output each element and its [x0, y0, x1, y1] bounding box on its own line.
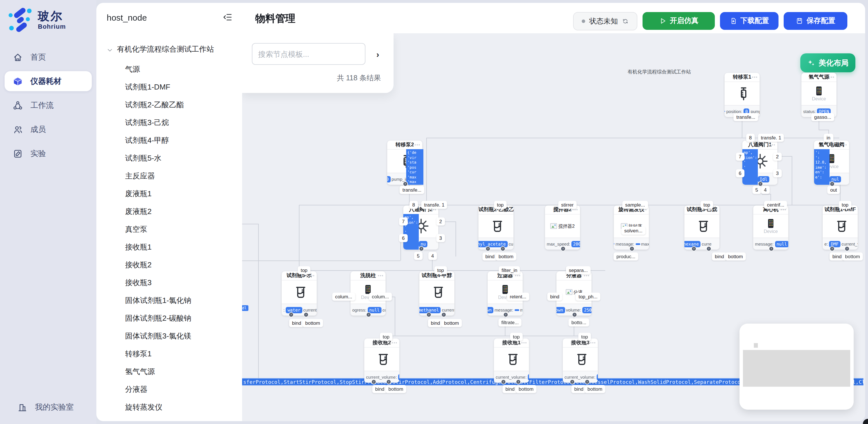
- port-handle-icon[interactable]: ›: [503, 312, 508, 317]
- 开启仿真-button[interactable]: 开启仿真: [643, 12, 715, 30]
- port-handle-icon[interactable]: ›: [706, 246, 711, 251]
- tree-item-氢气气源[interactable]: 氢气气源: [125, 367, 155, 377]
- port-handle-icon[interactable]: ›: [629, 246, 634, 251]
- flow-node-转移泵1[interactable]: 转移泵1•••position:0pump›: [724, 73, 760, 117]
- flow-node-接收瓶1[interactable]: 接收瓶1•••current_volume:0››: [494, 338, 529, 383]
- port-handle-icon[interactable]: ›: [500, 246, 505, 251]
- flow-node-八通阀门2[interactable]: 八通阀门2•••status:nump',tion':''›: [403, 205, 438, 250]
- 下载配置-button[interactable]: 下载配置: [720, 12, 778, 30]
- port-handle-icon[interactable]: ›: [304, 312, 309, 317]
- 保存配置-button[interactable]: 保存配置: [784, 12, 847, 30]
- node-menu-icon[interactable]: •••: [841, 141, 847, 149]
- flow-node-试剂瓶4-甲醇[interactable]: 试剂瓶4-甲醇•••methanolcurrent_››: [420, 271, 454, 315]
- port-handle-icon[interactable]: ›: [844, 246, 850, 251]
- flow-canvas[interactable]: 有机化学流程综合测试工作站 sferProtocol,StartStirProt…: [242, 33, 865, 421]
- tree-item-试剂瓶4-甲醇[interactable]: 试剂瓶4-甲醇: [125, 135, 169, 146]
- port-label: top_ph...: [576, 293, 600, 301]
- port-handle-icon[interactable]: ›: [366, 312, 371, 317]
- beautify-layout-button[interactable]: 美化布局: [800, 53, 856, 72]
- sidebar-item-label: 成员: [30, 124, 46, 134]
- port-handle-icon[interactable]: ›: [426, 312, 431, 317]
- edge-line: [426, 138, 427, 205]
- status-badge[interactable]: 状态未知: [573, 12, 638, 30]
- flow-node-接收瓶3[interactable]: 接收瓶3•••current_volume:0››: [563, 338, 598, 383]
- flow-node-试剂瓶3-己烷[interactable]: 试剂瓶3-己烷•••hexanecurre››: [684, 205, 719, 250]
- sidebar-item-仪器耗材[interactable]: 仪器耗材: [5, 71, 92, 91]
- tree-item-转移泵1[interactable]: 转移泵1: [125, 349, 151, 359]
- tree-item-固体试剂瓶1-氯化钠[interactable]: 固体试剂瓶1-氯化钠: [125, 296, 191, 306]
- tree-item-旋转蒸发仪[interactable]: 旋转蒸发仪: [125, 402, 162, 413]
- device-caption: Device: [764, 229, 778, 234]
- value-badge: hexane: [684, 241, 701, 247]
- tree-item-试剂瓶5-水[interactable]: 试剂瓶5-水: [125, 153, 161, 163]
- flow-node-离心机[interactable]: 离心机•••Devicemessage:nullma›: [753, 205, 788, 250]
- search-input[interactable]: [252, 43, 366, 65]
- node-menu-icon[interactable]: •••: [829, 73, 835, 82]
- tree-root-item[interactable]: 有机化学流程综合测试工作站: [107, 44, 214, 55]
- beautify-label: 美化布局: [819, 58, 848, 68]
- page-header: 物料管理 状态未知 开启仿真下载配置保存配置: [242, 3, 865, 34]
- port-handle-icon[interactable]: ›: [585, 379, 590, 385]
- port-handle-icon[interactable]: ›: [288, 312, 294, 317]
- sidebar-item-成员[interactable]: 成员: [5, 119, 92, 140]
- node-menu-icon[interactable]: •••: [506, 205, 512, 214]
- tree-item-试剂瓶2-乙酸乙酯[interactable]: 试剂瓶2-乙酸乙酯: [125, 100, 184, 110]
- sidebar-item-首页[interactable]: 首页: [5, 47, 92, 67]
- node-menu-icon[interactable]: •••: [590, 338, 596, 347]
- flow-node-氢气电磁阀[interactable]: 氢气电磁阀•••Devicestatus:nul':':12.0,ime':en…: [814, 141, 849, 185]
- flow-node-氢气气源[interactable]: 氢气气源•••Devicestatus:OPEN›: [802, 73, 836, 117]
- tree-item-废液瓶2[interactable]: 废液瓶2: [125, 207, 151, 217]
- sidebar-item-实验[interactable]: 实验: [5, 144, 92, 163]
- tree-item-分液器[interactable]: 分液器: [125, 385, 148, 395]
- flow-node-八通阀门1[interactable]: 八通阀门1•••status:Idlmp',tion':''›: [742, 141, 777, 185]
- port-handle-icon[interactable]: ›: [386, 379, 391, 385]
- port-handle-icon[interactable]: ›: [570, 379, 575, 385]
- search-expand-button[interactable]: ›: [373, 49, 383, 60]
- port-label: separa...: [566, 266, 591, 274]
- tree-item-气源[interactable]: 气源: [125, 64, 140, 74]
- tree-item-试剂瓶3-己烷[interactable]: 试剂瓶3-己烷: [125, 118, 169, 128]
- flow-node-试剂瓶1-DMF[interactable]: 试剂瓶1-DMF•••e:DMFcurrent_vol››: [823, 205, 858, 250]
- port-handle-icon[interactable]: ›: [371, 379, 376, 385]
- node-menu-icon[interactable]: •••: [446, 271, 453, 280]
- node-menu-icon[interactable]: •••: [414, 141, 421, 149]
- tree-item-主反应器[interactable]: 主反应器: [125, 171, 155, 181]
- port-handle-icon[interactable]: ›: [485, 246, 491, 251]
- tree-item-真空泵[interactable]: 真空泵: [125, 224, 148, 235]
- flow-node-搅拌器2[interactable]: 搅拌器2•••搅拌器2max_speed:2000›: [545, 205, 580, 250]
- sidebar-item-我的实验室[interactable]: 我的实验室: [9, 397, 87, 417]
- port-handle-icon[interactable]: ›: [769, 246, 774, 251]
- port-handle-icon[interactable]: ›: [441, 312, 446, 317]
- port-label: bind: [372, 385, 387, 393]
- minimap[interactable]: [740, 324, 854, 410]
- footer-field-label: max_speed:: [547, 241, 570, 246]
- chevron-down-icon[interactable]: [107, 46, 113, 53]
- port-handle-icon[interactable]: ›: [560, 246, 566, 251]
- flow-node-转移泵2[interactable]: 转移泵2•••0pump_info:{'de'vir'sta'pos'cur'm…: [387, 141, 422, 185]
- refresh-icon[interactable]: [622, 18, 629, 25]
- value-badge: own: [557, 307, 565, 313]
- brand-logo[interactable]: 玻尔 Bohrium: [0, 0, 96, 32]
- port-handle-icon[interactable]: ›: [419, 246, 424, 251]
- tree-item-试剂瓶1-DMF[interactable]: 试剂瓶1-DMF: [125, 82, 170, 92]
- tree-item-接收瓶1[interactable]: 接收瓶1: [125, 242, 151, 252]
- port-handle-icon[interactable]: ›: [572, 312, 577, 317]
- panel-collapse-icon[interactable]: [223, 12, 233, 22]
- port-handle-icon[interactable]: ›: [516, 379, 521, 385]
- flow-node-接收瓶2[interactable]: 接收瓶2•••current_volume:0››: [364, 338, 399, 383]
- node-menu-icon[interactable]: •••: [752, 73, 758, 82]
- tree-item-接收瓶3[interactable]: 接收瓶3: [125, 278, 151, 288]
- sidebar-item-工作流[interactable]: 工作流: [5, 95, 92, 115]
- port-handle-icon[interactable]: ›: [691, 246, 696, 251]
- tree-item-废液瓶1[interactable]: 废液瓶1: [125, 189, 151, 199]
- port-handle-icon[interactable]: ›: [501, 379, 506, 385]
- node-menu-icon[interactable]: •••: [392, 338, 398, 347]
- tree-item-固体试剂瓶3-氯化镁[interactable]: 固体试剂瓶3-氯化镁: [125, 331, 191, 341]
- tree-item-固体试剂瓶2-碳酸钠[interactable]: 固体试剂瓶2-碳酸钠: [125, 313, 191, 324]
- node-menu-icon[interactable]: •••: [378, 271, 384, 280]
- port-handle-icon[interactable]: ›: [830, 246, 835, 251]
- node-menu-icon[interactable]: •••: [770, 141, 776, 149]
- tree-item-接收瓶2[interactable]: 接收瓶2: [125, 260, 151, 270]
- flow-node-试剂瓶5-水[interactable]: 试剂瓶5-水•••:watercurrent_v››: [282, 271, 317, 315]
- flow-node-试剂瓶2-乙酸乙酯[interactable]: 试剂瓶2-乙酸乙酯•••hyl_acetatecurre››: [478, 205, 514, 250]
